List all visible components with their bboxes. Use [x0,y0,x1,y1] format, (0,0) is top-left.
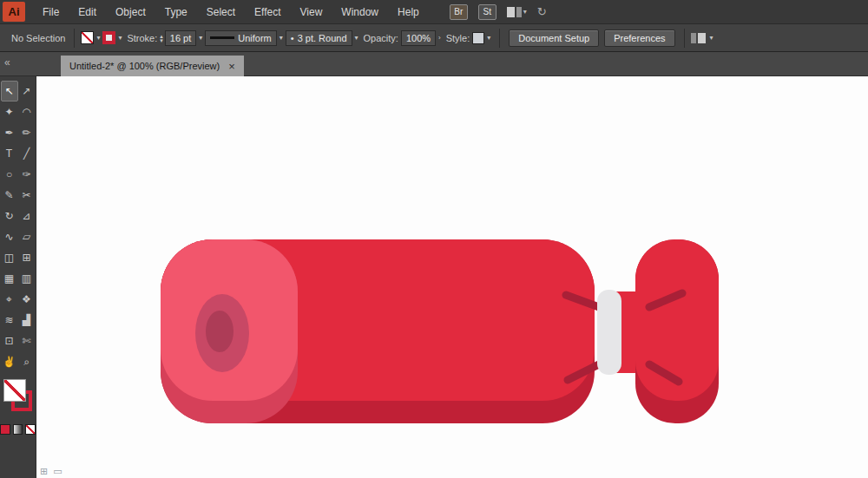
sausage-cap-oval-inner [206,311,233,352]
stroke-profile-preview [210,36,234,39]
menu-edit[interactable]: Edit [69,0,106,23]
style-swatch[interactable] [472,32,484,44]
chevron-down-icon[interactable]: ▾ [352,34,361,42]
tool-rotate[interactable]: ↻ [1,206,18,226]
tool-mesh[interactable]: ▦ [1,268,18,289]
color-mode-button[interactable] [0,424,10,435]
tool-shape-builder[interactable]: ◫ [1,247,18,268]
stroke-weight-field[interactable]: 16 pt [165,30,196,46]
tab-strip: « Untitled-2* @ 100% (RGB/Preview) × [0,52,868,76]
close-icon[interactable]: × [228,60,235,73]
sync-icon[interactable]: ↻ [537,5,547,18]
tool-ellipse[interactable]: ○ [1,164,18,185]
style-label: Style: [446,33,470,43]
document-tab[interactable]: Untitled-2* @ 100% (RGB/Preview) × [61,56,244,76]
workspace-pane-icon [516,7,522,17]
tool-zoom[interactable]: ⌕ [18,351,36,372]
tools-panel: ↖ ↗ ✦ ◠ ✒ ✏ T ╱ ○ ✑ ✎ ✂ ↻ ⊿ ∿ ▱ ◫ ⊞ ▦ ▥ … [0,76,36,478]
chevron-right-icon[interactable]: › [436,34,444,42]
tool-line-segment[interactable]: ╱ [18,143,36,164]
chevron-down-icon[interactable]: ▾ [707,34,716,42]
opacity-label: Opacity: [364,33,398,43]
tool-hand[interactable]: ✌ [1,351,18,372]
align-glyph-icon [698,33,706,43]
tool-selection[interactable]: ↖ [1,81,18,101]
menu-object[interactable]: Object [106,0,155,23]
tool-column-graph[interactable]: ▟ [18,310,36,331]
tool-perspective-grid[interactable]: ⊞ [18,247,36,268]
tool-width[interactable]: ∿ [1,226,18,247]
divider [499,29,500,48]
document-tab-title: Untitled-2* @ 100% (RGB/Preview) [69,61,220,71]
sausage-illustration [36,76,868,478]
menu-select[interactable]: Select [197,0,245,23]
tool-eyedropper[interactable]: ⌖ [1,289,18,310]
control-bar: No Selection ▾ ▾ Stroke: ▴ ▾ 16 pt ▾ Uni… [0,24,868,52]
tool-pen[interactable]: ✒ [1,122,18,143]
bridge-icon[interactable]: Br [450,4,468,20]
stock-icon[interactable]: St [478,4,496,20]
width-profile-value: Uniform [238,33,272,43]
chevron-down-icon[interactable]: ▾ [115,34,124,42]
canvas[interactable]: ⊞ ▭ [36,76,868,478]
opacity-value: 100% [406,33,431,43]
align-options-icon[interactable]: ▾ [691,33,716,43]
tie-band [597,290,621,375]
stroke-color-swatch[interactable] [102,31,115,44]
fill-color-swatch[interactable] [81,31,94,44]
stepper-down-icon[interactable]: ▾ [160,38,163,43]
stroke-weight-value: 16 pt [170,33,191,43]
chevron-down-icon: ▾ [523,8,527,16]
menu-file[interactable]: File [33,0,69,23]
tool-direct-selection[interactable]: ↗ [18,81,36,101]
chevron-down-icon[interactable]: ▾ [484,34,493,42]
width-profile-dropdown[interactable]: Uniform [205,30,277,46]
workspace-switcher-icon[interactable]: ▾ [507,7,527,17]
collapse-panel-icon[interactable]: « [4,56,10,69]
fill-swatch[interactable] [3,379,26,402]
chevron-down-icon[interactable]: ▾ [94,34,102,42]
brush-value: 3 pt. Round [298,33,347,43]
tool-lasso[interactable]: ◠ [18,101,36,122]
divider [684,29,685,48]
menu-bar: Ai File Edit Object Type Select Effect V… [0,0,868,24]
preferences-button[interactable]: Preferences [604,29,674,47]
menu-view[interactable]: View [291,0,332,23]
menu-effect[interactable]: Effect [245,0,290,23]
status-right-icon[interactable]: ▭ [53,466,62,477]
align-glyph-icon [691,33,696,43]
opacity-field[interactable]: 100% [401,30,436,46]
tool-scale[interactable]: ⊿ [18,206,36,226]
illustrator-logo: Ai [3,2,25,22]
tool-slice[interactable]: ✄ [18,331,36,351]
tool-paintbrush[interactable]: ✑ [18,164,36,185]
stroke-label: Stroke: [127,33,157,43]
menu-help[interactable]: Help [388,0,429,23]
fill-stroke-indicator [1,379,36,419]
tool-pencil[interactable]: ✎ [1,185,18,206]
document-setup-button[interactable]: Document Setup [509,29,599,47]
status-left-icon[interactable]: ⊞ [40,466,48,477]
brush-dot-icon: • [291,33,294,43]
gradient-mode-button[interactable] [13,424,23,435]
chevron-down-icon[interactable]: ▾ [277,34,286,42]
tool-free-transform[interactable]: ▱ [18,226,36,247]
tool-artboard[interactable]: ⊡ [1,331,18,351]
selection-status: No Selection [11,33,65,43]
brush-dropdown[interactable]: • 3 pt. Round [286,30,352,46]
menu-window[interactable]: Window [332,0,388,23]
divider [74,29,75,48]
tool-gradient[interactable]: ▥ [18,268,36,289]
tool-scissors[interactable]: ✂ [18,185,36,206]
tool-symbol-sprayer[interactable]: ≋ [1,310,18,331]
canvas-status-icons: ⊞ ▭ [40,466,62,477]
tool-blend[interactable]: ❖ [18,289,36,310]
workspace-pane-icon [507,7,515,17]
chevron-down-icon[interactable]: ▾ [196,34,205,42]
tool-shaper[interactable]: ✏ [18,122,36,143]
tool-magic-wand[interactable]: ✦ [1,101,18,122]
menu-type[interactable]: Type [155,0,197,23]
tool-type[interactable]: T [1,143,18,164]
none-mode-button[interactable] [25,424,36,435]
stroke-weight-stepper[interactable]: ▴ ▾ [160,34,163,43]
